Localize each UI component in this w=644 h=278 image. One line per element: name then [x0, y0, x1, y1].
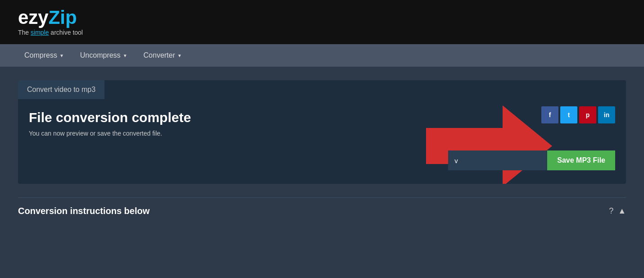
logo-ezy: ezy [18, 7, 49, 28]
card-tab: Convert video to mp3 [18, 80, 104, 99]
conversion-info: File conversion complete You can now pre… [29, 110, 191, 150]
facebook-share-button[interactable]: f [541, 106, 558, 123]
instructions-actions: ? ▲ [609, 206, 626, 216]
instructions-title: Conversion instructions below [18, 206, 150, 216]
nav-converter[interactable]: Converter ▼ [137, 46, 188, 65]
conversion-title: File conversion complete [29, 110, 191, 125]
card-header-row: File conversion complete You can now pre… [29, 110, 615, 150]
navigation: Compress ▼ Uncompress ▼ Converter ▼ [0, 44, 644, 67]
card-body: File conversion complete You can now pre… [18, 99, 626, 184]
linkedin-share-button[interactable]: in [598, 106, 615, 123]
twitter-share-button[interactable]: t [560, 106, 577, 123]
conversion-card: Convert video to mp3 File conversion com… [18, 80, 626, 184]
save-mp3-button[interactable]: Save MP3 File [547, 150, 615, 170]
instructions-row: Conversion instructions below ? ▲ [0, 198, 644, 224]
social-icons: f t p in [541, 106, 615, 123]
action-area: Save MP3 File [29, 150, 615, 170]
chevron-up-icon[interactable]: ▲ [618, 206, 626, 216]
logo-zip: Zip [49, 7, 77, 28]
action-row: Save MP3 File [29, 150, 615, 170]
logo[interactable]: ezyZip The simple archive tool [18, 8, 83, 36]
conversion-subtitle: You can now preview or save the converte… [29, 130, 191, 137]
pinterest-share-button[interactable]: p [579, 106, 596, 123]
chevron-down-icon: ▼ [123, 53, 127, 58]
chevron-down-icon: ▼ [177, 53, 182, 58]
nav-compress[interactable]: Compress ▼ [18, 46, 70, 65]
nav-uncompress[interactable]: Uncompress ▼ [74, 46, 134, 65]
help-icon[interactable]: ? [609, 206, 613, 216]
header: ezyZip The simple archive tool [0, 0, 644, 44]
preview-input[interactable] [448, 150, 547, 170]
logo-tagline: The simple archive tool [18, 29, 83, 36]
chevron-down-icon: ▼ [59, 53, 64, 58]
main-content: Convert video to mp3 File conversion com… [0, 67, 644, 197]
